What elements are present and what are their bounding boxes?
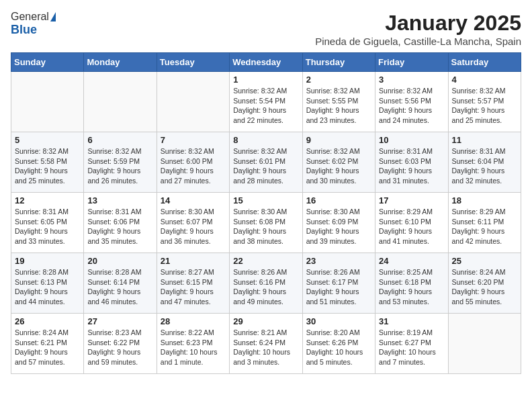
day-info: Sunrise: 8:32 AM Sunset: 5:55 PM Dayligh… (306, 86, 371, 126)
day-number: 25 (452, 256, 517, 266)
calendar-cell: 19Sunrise: 8:28 AM Sunset: 6:13 PM Dayli… (11, 253, 84, 314)
day-info: Sunrise: 8:24 AM Sunset: 6:20 PM Dayligh… (452, 267, 517, 307)
calendar-cell: 2Sunrise: 8:32 AM Sunset: 5:55 PM Daylig… (302, 72, 375, 132)
day-number: 24 (379, 256, 444, 266)
week-row-4: 26Sunrise: 8:24 AM Sunset: 6:21 PM Dayli… (11, 314, 521, 374)
calendar-cell: 27Sunrise: 8:23 AM Sunset: 6:22 PM Dayli… (84, 314, 157, 374)
page-header: General Blue January 2025 Pineda de Gigu… (11, 11, 521, 47)
day-info: Sunrise: 8:23 AM Sunset: 6:22 PM Dayligh… (87, 328, 152, 367)
title-block: January 2025 Pineda de Giguela, Castille… (315, 11, 521, 47)
logo-general-text: General (11, 11, 49, 23)
header-day-tuesday: Tuesday (157, 53, 229, 72)
day-info: Sunrise: 8:30 AM Sunset: 6:08 PM Dayligh… (233, 207, 298, 246)
week-row-1: 5Sunrise: 8:32 AM Sunset: 5:58 PM Daylig… (11, 132, 521, 193)
week-row-2: 12Sunrise: 8:31 AM Sunset: 6:05 PM Dayli… (11, 193, 521, 253)
day-info: Sunrise: 8:30 AM Sunset: 6:07 PM Dayligh… (161, 207, 226, 246)
calendar-cell: 25Sunrise: 8:24 AM Sunset: 6:20 PM Dayli… (448, 253, 521, 314)
day-info: Sunrise: 8:32 AM Sunset: 5:59 PM Dayligh… (87, 146, 152, 186)
calendar-cell: 4Sunrise: 8:32 AM Sunset: 5:57 PM Daylig… (448, 72, 521, 132)
day-number: 15 (233, 195, 298, 205)
day-number: 7 (161, 135, 226, 145)
day-number: 17 (379, 195, 444, 205)
calendar-cell: 24Sunrise: 8:25 AM Sunset: 6:18 PM Dayli… (375, 253, 448, 314)
calendar-cell: 21Sunrise: 8:27 AM Sunset: 6:15 PM Dayli… (157, 253, 229, 314)
calendar-cell: 15Sunrise: 8:30 AM Sunset: 6:08 PM Dayli… (230, 193, 302, 253)
header-day-monday: Monday (84, 53, 157, 72)
day-number: 28 (161, 316, 226, 326)
calendar-cell: 29Sunrise: 8:21 AM Sunset: 6:24 PM Dayli… (230, 314, 302, 374)
day-info: Sunrise: 8:25 AM Sunset: 6:18 PM Dayligh… (379, 267, 444, 307)
calendar-cell: 20Sunrise: 8:28 AM Sunset: 6:14 PM Dayli… (84, 253, 157, 314)
day-info: Sunrise: 8:29 AM Sunset: 6:10 PM Dayligh… (379, 207, 444, 246)
header-day-saturday: Saturday (448, 53, 521, 72)
calendar-cell: 17Sunrise: 8:29 AM Sunset: 6:10 PM Dayli… (375, 193, 448, 253)
day-number: 21 (161, 256, 226, 266)
day-number: 9 (306, 135, 371, 145)
day-number: 31 (379, 316, 444, 326)
calendar-cell: 9Sunrise: 8:32 AM Sunset: 6:02 PM Daylig… (302, 132, 375, 193)
calendar-cell: 7Sunrise: 8:32 AM Sunset: 6:00 PM Daylig… (157, 132, 229, 193)
day-info: Sunrise: 8:22 AM Sunset: 6:23 PM Dayligh… (161, 328, 226, 367)
calendar-cell: 28Sunrise: 8:22 AM Sunset: 6:23 PM Dayli… (157, 314, 229, 374)
month-title: January 2025 (315, 11, 521, 36)
calendar-header: SundayMondayTuesdayWednesdayThursdayFrid… (11, 53, 521, 72)
calendar-cell (157, 72, 229, 132)
day-info: Sunrise: 8:32 AM Sunset: 6:00 PM Dayligh… (161, 146, 226, 186)
calendar-cell: 26Sunrise: 8:24 AM Sunset: 6:21 PM Dayli… (11, 314, 84, 374)
header-day-wednesday: Wednesday (230, 53, 302, 72)
day-number: 29 (233, 316, 298, 326)
day-number: 2 (306, 75, 371, 85)
day-info: Sunrise: 8:19 AM Sunset: 6:27 PM Dayligh… (379, 328, 444, 367)
calendar-cell (448, 314, 521, 374)
calendar-cell: 31Sunrise: 8:19 AM Sunset: 6:27 PM Dayli… (375, 314, 448, 374)
day-number: 3 (379, 75, 444, 85)
day-number: 6 (87, 135, 152, 145)
day-number: 18 (452, 195, 517, 205)
header-day-thursday: Thursday (302, 53, 375, 72)
calendar-cell: 16Sunrise: 8:30 AM Sunset: 6:09 PM Dayli… (302, 193, 375, 253)
logo-triangle-icon (50, 12, 56, 21)
day-number: 20 (87, 256, 152, 266)
calendar-cell: 14Sunrise: 8:30 AM Sunset: 6:07 PM Dayli… (157, 193, 229, 253)
day-number: 26 (15, 316, 80, 326)
calendar-cell: 30Sunrise: 8:20 AM Sunset: 6:26 PM Dayli… (302, 314, 375, 374)
day-info: Sunrise: 8:32 AM Sunset: 5:54 PM Dayligh… (233, 86, 298, 126)
header-day-friday: Friday (375, 53, 448, 72)
header-row: SundayMondayTuesdayWednesdayThursdayFrid… (11, 53, 521, 72)
day-info: Sunrise: 8:32 AM Sunset: 5:57 PM Dayligh… (452, 86, 517, 126)
day-info: Sunrise: 8:30 AM Sunset: 6:09 PM Dayligh… (306, 207, 371, 246)
calendar-cell: 11Sunrise: 8:31 AM Sunset: 6:04 PM Dayli… (448, 132, 521, 193)
day-info: Sunrise: 8:28 AM Sunset: 6:13 PM Dayligh… (15, 267, 80, 307)
day-number: 4 (452, 75, 517, 85)
day-info: Sunrise: 8:31 AM Sunset: 6:03 PM Dayligh… (379, 146, 444, 186)
day-number: 27 (87, 316, 152, 326)
calendar-cell: 6Sunrise: 8:32 AM Sunset: 5:59 PM Daylig… (84, 132, 157, 193)
calendar-body: 1Sunrise: 8:32 AM Sunset: 5:54 PM Daylig… (11, 72, 521, 374)
day-info: Sunrise: 8:29 AM Sunset: 6:11 PM Dayligh… (452, 207, 517, 246)
day-info: Sunrise: 8:27 AM Sunset: 6:15 PM Dayligh… (161, 267, 226, 307)
day-number: 5 (15, 135, 80, 145)
calendar-cell: 18Sunrise: 8:29 AM Sunset: 6:11 PM Dayli… (448, 193, 521, 253)
calendar-cell: 22Sunrise: 8:26 AM Sunset: 6:16 PM Dayli… (230, 253, 302, 314)
day-number: 13 (87, 195, 152, 205)
day-info: Sunrise: 8:26 AM Sunset: 6:17 PM Dayligh… (306, 267, 371, 307)
header-day-sunday: Sunday (11, 53, 84, 72)
day-info: Sunrise: 8:32 AM Sunset: 5:56 PM Dayligh… (379, 86, 444, 126)
calendar-cell (84, 72, 157, 132)
day-info: Sunrise: 8:31 AM Sunset: 6:05 PM Dayligh… (15, 207, 80, 246)
calendar-cell: 8Sunrise: 8:32 AM Sunset: 6:01 PM Daylig… (230, 132, 302, 193)
day-number: 1 (233, 75, 298, 85)
day-info: Sunrise: 8:31 AM Sunset: 6:06 PM Dayligh… (87, 207, 152, 246)
logo: General Blue (11, 11, 56, 37)
day-number: 16 (306, 195, 371, 205)
calendar-table: SundayMondayTuesdayWednesdayThursdayFrid… (11, 52, 521, 374)
day-info: Sunrise: 8:20 AM Sunset: 6:26 PM Dayligh… (306, 328, 371, 367)
day-info: Sunrise: 8:26 AM Sunset: 6:16 PM Dayligh… (233, 267, 298, 307)
day-number: 8 (233, 135, 298, 145)
day-info: Sunrise: 8:28 AM Sunset: 6:14 PM Dayligh… (87, 267, 152, 307)
day-info: Sunrise: 8:21 AM Sunset: 6:24 PM Dayligh… (233, 328, 298, 367)
calendar-cell: 1Sunrise: 8:32 AM Sunset: 5:54 PM Daylig… (230, 72, 302, 132)
day-number: 10 (379, 135, 444, 145)
calendar-cell: 5Sunrise: 8:32 AM Sunset: 5:58 PM Daylig… (11, 132, 84, 193)
calendar-cell: 12Sunrise: 8:31 AM Sunset: 6:05 PM Dayli… (11, 193, 84, 253)
